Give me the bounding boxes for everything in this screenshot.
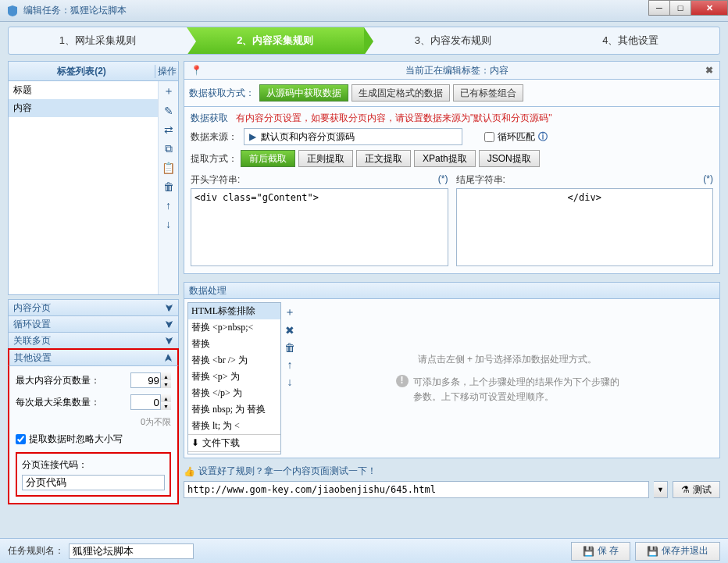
data-processing-header[interactable]: 数据处理 — [184, 282, 720, 299]
save-exit-button[interactable]: 💾 保存并退出 — [635, 542, 720, 561]
step-content-rules[interactable]: 2、内容采集规则 — [187, 27, 365, 54]
dp-item[interactable]: 替换 nbsp; 为 替换 — [188, 401, 280, 418]
save-button[interactable]: 💾 保 存 — [571, 542, 630, 561]
minimize-button[interactable]: ─ — [648, 0, 670, 16]
wildcard-button[interactable]: (*) — [438, 173, 448, 187]
spinner[interactable]: ▲▼ — [160, 394, 171, 410]
info-icon: ! — [396, 375, 409, 387]
accordion-label: 内容分页 — [13, 301, 51, 315]
dp-hint-line1: 请点击左侧 + 加号选择添加数据处理方式。 — [418, 352, 598, 367]
close-button[interactable]: ✕ — [691, 0, 728, 16]
delete-tag-icon[interactable]: 🗑 — [163, 180, 174, 193]
step-url-rules[interactable]: 1、网址采集规则 — [9, 27, 187, 54]
page-code-input[interactable] — [22, 475, 165, 490]
taglist-ops-label: 操作 — [155, 65, 178, 78]
move-down-icon[interactable]: ↓ — [166, 218, 171, 230]
chevron-down-icon: ⮟ — [165, 319, 173, 329]
dp-content-filter[interactable]: ▼内容过滤 — [188, 451, 280, 454]
copy-tag-icon[interactable]: ⧉ — [165, 142, 173, 155]
tab-xpath[interactable]: XPath提取 — [414, 150, 476, 167]
url-dropdown-button[interactable]: ▼ — [654, 481, 668, 498]
dp-item[interactable]: 替换 <p>nbsp;< — [188, 319, 280, 336]
method-from-source-button[interactable]: 从源码中获取数据 — [259, 84, 348, 102]
max-pages-label: 最大内容分页数量： — [16, 374, 100, 387]
maximize-button[interactable]: □ — [669, 0, 691, 16]
other-settings-panel: 最大内容分页数量： ▲▼ 每次最大采集数量： ▲▼ 0为不限 — [8, 365, 179, 504]
test-prompt: 设置好了规则？拿一个内容页面测试一下！ — [198, 465, 376, 478]
loop-match-checkbox[interactable] — [484, 132, 494, 142]
method-fixed-format-button[interactable]: 生成固定格式的数据 — [352, 84, 450, 102]
dp-item[interactable]: 替换 <p> 为 — [188, 369, 280, 385]
toggle-tag-icon[interactable]: ⇄ — [164, 123, 173, 136]
save-icon: 💾 — [647, 546, 658, 557]
method-label: 数据获取方式： — [189, 87, 255, 100]
dp-tools: ＋ ✖ 🗑 ↑ ↓ — [281, 302, 298, 454]
tab-json[interactable]: JSON提取 — [479, 150, 540, 167]
play-icon: ▶ — [249, 131, 256, 142]
dp-item[interactable]: 替换 — [188, 336, 280, 352]
step-publish-rules[interactable]: 3、内容发布规则 — [364, 27, 542, 54]
pin-icon[interactable]: 📍 — [191, 65, 202, 76]
source-select[interactable]: ▶ 默认页和内容分页源码 — [244, 128, 462, 145]
tag-toolbar: ＋ ✎ ⇄ ⧉ 📋 🗑 ↑ ↓ — [158, 81, 178, 294]
tab-prefix-suffix[interactable]: 前后截取 — [241, 150, 295, 167]
flask-icon: ⚗ — [681, 484, 690, 495]
page-code-section: 分页连接代码： — [16, 452, 171, 497]
dp-item[interactable]: 替换 <br /> 为 — [188, 352, 280, 369]
tag-item-title[interactable]: 标题 — [9, 81, 158, 99]
rule-name-input[interactable] — [69, 543, 194, 559]
extract-warning: 有内容分页设置，如要获取分页内容，请设置数据来源为"默认页和分页源码" — [236, 112, 552, 125]
accordion-other-settings[interactable]: 其他设置 ⮝ — [8, 348, 179, 365]
footer: 任务规则名： 💾 保 存 💾 保存并退出 — [0, 538, 728, 563]
save-icon: 💾 — [583, 546, 594, 557]
taglist-header: 标签列表(2) 操作 — [8, 61, 179, 81]
dp-item[interactable]: 替换 </p> 为 — [188, 385, 280, 401]
dp-item[interactable]: HTML标签排除 — [188, 303, 280, 319]
dp-list[interactable]: HTML标签排除 替换 <p>nbsp;< 替换 替换 <br /> 为 替换 … — [187, 302, 281, 454]
accordion-label: 关联多页 — [13, 334, 51, 347]
dp-add-icon[interactable]: ＋ — [284, 305, 295, 319]
thumbs-up-icon: 👍 — [184, 466, 195, 477]
dp-delete-icon[interactable]: 🗑 — [284, 341, 295, 354]
step-other-settings[interactable]: 4、其他设置 — [542, 27, 720, 54]
test-button[interactable]: ⚗ 测试 — [673, 481, 720, 498]
end-string-textarea[interactable]: </div> — [456, 188, 714, 266]
dp-down-icon[interactable]: ↓ — [287, 376, 293, 388]
source-label: 数据来源： — [191, 130, 237, 144]
extract-title: 数据获取 — [191, 112, 228, 125]
dp-item[interactable]: 替换 lt; 为 < — [188, 418, 280, 434]
wizard-steps: 1、网址采集规则 2、内容采集规则 3、内容发布规则 4、其他设置 — [8, 27, 720, 55]
tab-regex[interactable]: 正则提取 — [298, 150, 353, 167]
spinner[interactable]: ▲▼ — [160, 372, 171, 388]
chevron-down-icon: ⮟ — [165, 303, 173, 312]
ignore-case-checkbox[interactable] — [16, 434, 26, 444]
edit-tag-icon[interactable]: ✎ — [164, 105, 173, 117]
accordion-multi-page[interactable]: 关联多页 ⮟ — [8, 332, 179, 349]
wildcard-button[interactable]: (*) — [703, 173, 713, 187]
paste-tag-icon[interactable]: 📋 — [162, 162, 175, 174]
test-url-input[interactable] — [184, 481, 649, 498]
dp-file-download[interactable]: ⬇文件下载 — [188, 434, 280, 451]
method-existing-combo-button[interactable]: 已有标签组合 — [453, 84, 523, 102]
move-up-icon[interactable]: ↑ — [166, 199, 171, 212]
extract-panel: 数据获取 有内容分页设置，如要获取分页内容，请设置数据来源为"默认页和分页源码"… — [184, 107, 720, 274]
accordion-content-paging[interactable]: 内容分页 ⮟ — [8, 299, 179, 316]
close-panel-icon[interactable]: ✖ — [705, 65, 713, 76]
dp-remove-icon[interactable]: ✖ — [285, 324, 294, 337]
current-editing-label: 当前正在编辑标签：内容 — [209, 64, 705, 77]
max-collect-label: 每次最大采集数量： — [16, 396, 100, 409]
taglist-title: 标签列表(2) — [9, 65, 155, 78]
add-tag-icon[interactable]: ＋ — [163, 84, 174, 98]
accordion-loop-settings[interactable]: 循环设置 ⮟ — [8, 315, 179, 333]
accordion-label: 循环设置 — [13, 318, 51, 331]
chevron-up-icon: ⮝ — [164, 353, 173, 362]
start-string-label: 开头字符串: — [191, 173, 240, 187]
start-string-textarea[interactable]: <div class="gContent"> — [191, 188, 448, 266]
tab-maintext[interactable]: 正文提取 — [356, 150, 411, 167]
dp-hint-line2: 可添加多条，上个步骤处理的结果作为下个步骤的 — [413, 375, 619, 390]
info-icon[interactable]: ⓘ — [538, 130, 548, 144]
page-code-label: 分页连接代码： — [22, 458, 165, 472]
tag-item-content[interactable]: 内容 — [9, 99, 158, 117]
dp-up-icon[interactable]: ↑ — [287, 358, 293, 371]
dp-hint: 请点击左侧 + 加号选择添加数据处理方式。 ! 可添加多条，上个步骤处理的结果作… — [298, 302, 716, 454]
